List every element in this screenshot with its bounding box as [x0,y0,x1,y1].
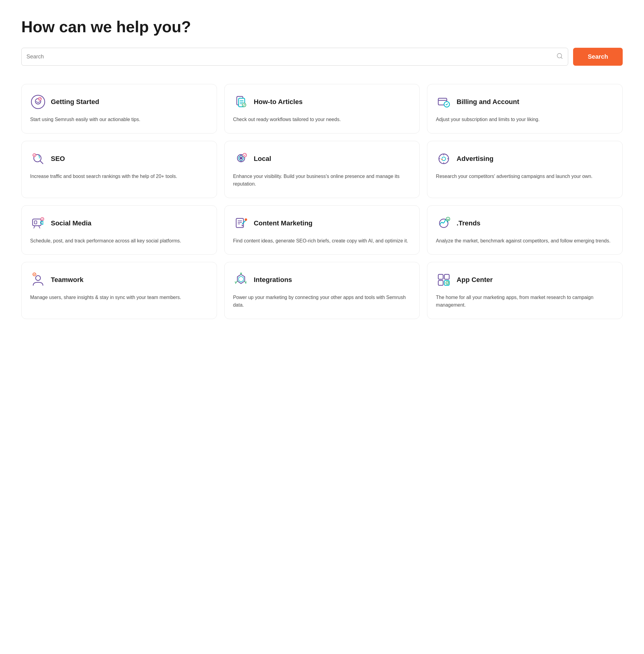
seo-icon [30,151,46,167]
card-seo[interactable]: SEO Increase traffic and boost search ra… [21,141,217,198]
card-header: Integrations [233,272,411,288]
svg-point-29 [36,275,41,281]
svg-rect-33 [438,274,443,279]
how-to-articles-icon [233,94,249,110]
card-title: Social Media [51,219,91,227]
card-billing-account[interactable]: Billing and Account Adjust your subscrip… [427,84,623,134]
integrations-icon [233,272,249,288]
search-button[interactable]: Search [573,48,623,66]
card-header: Teamwork [30,272,208,288]
card-description: Start using Semrush easily with our acti… [30,116,208,123]
svg-point-14 [240,157,242,160]
svg-rect-35 [438,281,443,285]
card-header: Advertising [436,151,614,167]
card-description: Analyze the market, benchmark against co… [436,237,614,245]
cards-grid: Getting Started Start using Semrush easi… [21,84,623,319]
svg-line-11 [40,161,43,164]
svg-marker-32 [238,276,244,282]
card-description: Increase traffic and boost search rankin… [30,173,208,180]
card-description: Check out ready workflows tailored to yo… [233,116,411,123]
card-content-marketing[interactable]: Content Marketing Find content ideas, ge… [224,205,420,255]
card-teamwork[interactable]: Teamwork Manage users, share insights & … [21,262,217,319]
trends-icon [436,215,452,231]
advertising-icon [436,151,452,167]
card-app-center[interactable]: App Center The home for all your marketi… [427,262,623,319]
svg-line-1 [561,57,562,58]
card-title: App Center [457,276,493,284]
card-title: Getting Started [51,98,99,106]
card-description: The home for all your marketing apps, fr… [436,294,614,309]
content-marketing-icon [233,215,249,231]
card-description: Schedule, post, and track performance ac… [30,237,208,245]
card-description: Manage users, share insights & stay in s… [30,294,208,301]
card-header: Billing and Account [436,94,614,110]
search-input-wrapper [21,48,568,66]
card-title: Content Marketing [254,219,313,227]
card-header: Local [233,151,411,167]
card-title: Local [254,155,271,163]
teamwork-icon [30,272,46,288]
card-description: Find content ideas, generate SEO-rich br… [233,237,411,245]
search-input[interactable] [26,48,554,66]
card-advertising[interactable]: Advertising Research your competitors' a… [427,141,623,198]
card-getting-started[interactable]: Getting Started Start using Semrush easi… [21,84,217,134]
search-section: Search [21,48,623,66]
card-header: SEO [30,151,208,167]
card-social-media[interactable]: Social Media Schedule, post, and track p… [21,205,217,255]
card-header: Social Media [30,215,208,231]
getting-started-icon [30,94,46,110]
card-header: Content Marketing [233,215,411,231]
card-title: Advertising [457,155,493,163]
card-title: Integrations [254,276,292,284]
svg-rect-34 [444,274,449,279]
card-description: Research your competitors' advertising c… [436,173,614,180]
svg-rect-23 [34,221,37,224]
card-trends[interactable]: .Trends Analyze the market, benchmark ag… [427,205,623,255]
search-icon [556,53,563,61]
svg-point-26 [245,218,247,221]
app-center-icon [436,272,452,288]
card-title: SEO [51,155,65,163]
card-description: Enhance your visibility. Build your busi… [233,173,411,188]
card-title: How-to Articles [254,98,303,106]
svg-point-2 [31,95,45,108]
card-title: .Trends [457,219,480,227]
card-description: Adjust your subscription and limits to y… [436,116,614,123]
card-header: .Trends [436,215,614,231]
social-media-icon [30,215,46,231]
card-description: Power up your marketing by connecting yo… [233,294,411,309]
card-header: How-to Articles [233,94,411,110]
card-title: Billing and Account [457,98,519,106]
page-title: How can we help you? [21,18,623,35]
card-local[interactable]: Local Enhance your visibility. Build you… [224,141,420,198]
card-how-to-articles[interactable]: How-to Articles Check out ready workflow… [224,84,420,134]
card-header: Getting Started [30,94,208,110]
local-icon [233,151,249,167]
card-header: App Center [436,272,614,288]
card-integrations[interactable]: Integrations Power up your marketing by … [224,262,420,319]
billing-account-icon [436,94,452,110]
card-title: Teamwork [51,276,84,284]
